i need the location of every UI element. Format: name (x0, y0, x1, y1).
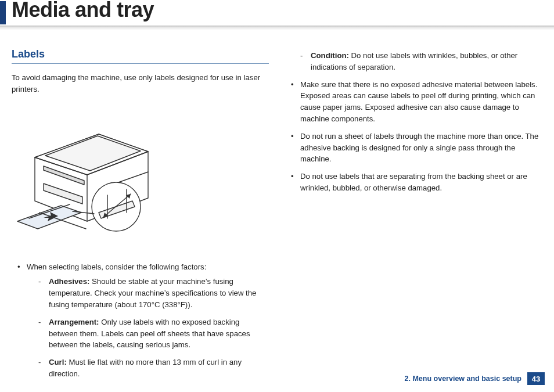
page-number: 43 (527, 372, 545, 385)
footer-chapter: 2. Menu overview and basic setup (405, 375, 521, 383)
page-title: Media and tray (12, 0, 154, 22)
factor-item: Arrangement: Only use labels with no exp… (38, 317, 269, 351)
section-heading: Labels (12, 46, 269, 62)
right-bullets: Make sure that there is no exposed adhes… (285, 79, 542, 194)
factor-text: Must lie flat with no more than 13 mm of… (49, 358, 242, 378)
page-footer: 2. Menu overview and basic setup 43 (405, 372, 545, 385)
list-item: Do not use labels that are separating fr… (289, 171, 542, 194)
condition-list: Condition: Do not use labels with wrinkl… (285, 50, 542, 73)
factor-term: Curl: (49, 358, 67, 366)
list-item: Make sure that there is no exposed adhes… (289, 79, 542, 125)
printer-figure (12, 102, 163, 253)
bullet-text: Make sure that there is no exposed adhes… (300, 80, 537, 123)
factors-list: Adhesives: Should be stable at your mach… (27, 276, 269, 379)
factor-item: Adhesives: Should be stable at your mach… (38, 276, 269, 310)
bullet-text: Do not run a sheet of labels through the… (300, 132, 538, 164)
factor-item: Curl: Must lie flat with no more than 13… (38, 357, 269, 380)
title-accent (0, 1, 6, 24)
content-columns: Labels To avoid damaging the machine, us… (0, 30, 554, 386)
title-underline (0, 26, 554, 30)
left-column: Labels To avoid damaging the machine, us… (12, 46, 269, 386)
document-page: Media and tray Labels To avoid damaging … (0, 0, 554, 392)
condition-item: Condition: Do not use labels with wrinkl… (300, 50, 542, 73)
right-column: Condition: Do not use labels with wrinkl… (285, 46, 542, 386)
title-bar: Media and tray (0, 0, 554, 30)
bullet-text: Do not use labels that are separating fr… (300, 172, 527, 192)
factor-term: Adhesives: (49, 277, 89, 286)
section-rule (12, 63, 269, 64)
factors-intro-text: When selecting labels, consider the foll… (27, 262, 206, 271)
factors-outer-list: When selecting labels, consider the foll… (12, 261, 269, 380)
factor-term: Arrangement: (49, 318, 99, 326)
factors-intro-item: When selecting labels, consider the foll… (15, 261, 269, 380)
printer-illustration-svg (12, 102, 163, 253)
list-item: Do not run a sheet of labels through the… (289, 131, 542, 165)
intro-paragraph: To avoid damaging the machine, use only … (12, 72, 269, 95)
condition-term: Condition: (311, 51, 349, 60)
